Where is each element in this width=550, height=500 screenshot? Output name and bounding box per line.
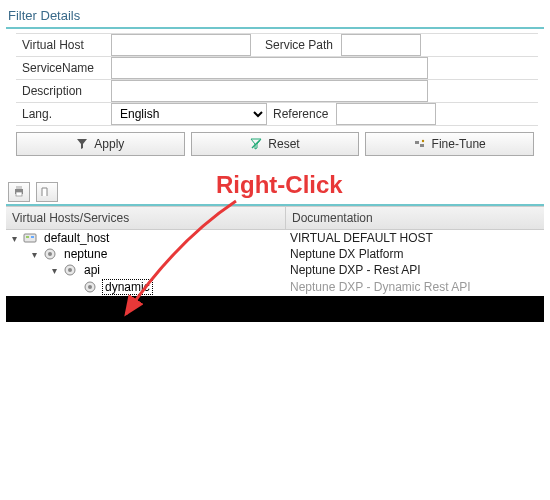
input-description[interactable] (111, 80, 428, 102)
input-service-name[interactable] (111, 57, 428, 79)
host-icon (22, 231, 38, 245)
label-virtual-host: Virtual Host (16, 36, 111, 54)
filter-button-row: Apply Reset Fine-Tune (16, 132, 534, 156)
expand-toggle[interactable]: ▾ (8, 233, 20, 244)
label-description: Description (16, 82, 111, 100)
redaction-bar (6, 296, 544, 322)
tree-node-doc: Neptune DXP - Rest API (286, 262, 544, 278)
fine-tune-label: Fine-Tune (432, 137, 486, 151)
service-tree: Virtual Hosts/Services Documentation ▾de… (6, 206, 544, 296)
label-service-path: Service Path (251, 36, 341, 54)
fine-tune-icon (414, 138, 426, 150)
svg-rect-5 (16, 186, 22, 189)
filter-form: Virtual Host Service Path ServiceName De… (16, 33, 538, 126)
col-header-hosts[interactable]: Virtual Hosts/Services (6, 207, 286, 229)
col-header-doc[interactable]: Documentation (286, 207, 544, 229)
layout-button[interactable] (36, 182, 58, 202)
svg-rect-1 (415, 141, 419, 144)
tree-row[interactable]: ▾neptuneNeptune DX Platform (6, 246, 544, 262)
tree-node-doc: VIRTUAL DEFAULT HOST (286, 230, 544, 246)
tree-row[interactable]: ▾apiNeptune DXP - Rest API (6, 262, 544, 278)
fine-tune-button[interactable]: Fine-Tune (365, 132, 534, 156)
reset-icon (250, 138, 262, 150)
svg-rect-8 (26, 236, 29, 238)
print-button[interactable] (8, 182, 30, 202)
expand-toggle[interactable]: ▾ (28, 249, 40, 260)
svg-point-11 (48, 252, 52, 256)
tree-node-label[interactable]: api (82, 263, 102, 277)
tree-node-label[interactable]: default_host (42, 231, 111, 245)
tree-node-doc: Neptune DXP - Dynamic Rest API (286, 279, 544, 295)
label-service-name: ServiceName (16, 59, 111, 77)
select-lang[interactable]: English (111, 103, 267, 125)
reset-label: Reset (268, 137, 299, 151)
expand-toggle[interactable] (68, 282, 80, 293)
svg-rect-7 (24, 234, 36, 242)
input-service-path[interactable] (341, 34, 421, 56)
print-icon (13, 185, 25, 200)
reset-button[interactable]: Reset (191, 132, 360, 156)
tree-node-label[interactable]: dynamic (102, 279, 153, 295)
expand-toggle[interactable]: ▾ (48, 265, 60, 276)
filter-details-title: Filter Details (6, 6, 544, 29)
svg-rect-2 (420, 144, 424, 147)
apply-button[interactable]: Apply (16, 132, 185, 156)
svg-rect-6 (16, 192, 22, 196)
service-icon (62, 263, 78, 277)
apply-label: Apply (94, 137, 124, 151)
tree-node-label[interactable]: neptune (62, 247, 109, 261)
tree-row[interactable]: ▾default_hostVIRTUAL DEFAULT HOST (6, 230, 544, 246)
service-icon (42, 247, 58, 261)
funnel-icon (76, 138, 88, 150)
label-reference: Reference (267, 105, 336, 123)
svg-point-13 (68, 268, 72, 272)
tree-toolbar (6, 180, 544, 206)
tree-row[interactable]: dynamicNeptune DXP - Dynamic Rest API (6, 278, 544, 296)
input-reference[interactable] (336, 103, 436, 125)
label-lang: Lang. (16, 105, 111, 123)
svg-point-3 (421, 140, 423, 142)
svg-rect-9 (31, 236, 34, 238)
layout-icon (41, 185, 53, 200)
service-icon (82, 280, 98, 294)
svg-point-15 (88, 285, 92, 289)
tree-node-doc: Neptune DX Platform (286, 246, 544, 262)
input-virtual-host[interactable] (111, 34, 251, 56)
